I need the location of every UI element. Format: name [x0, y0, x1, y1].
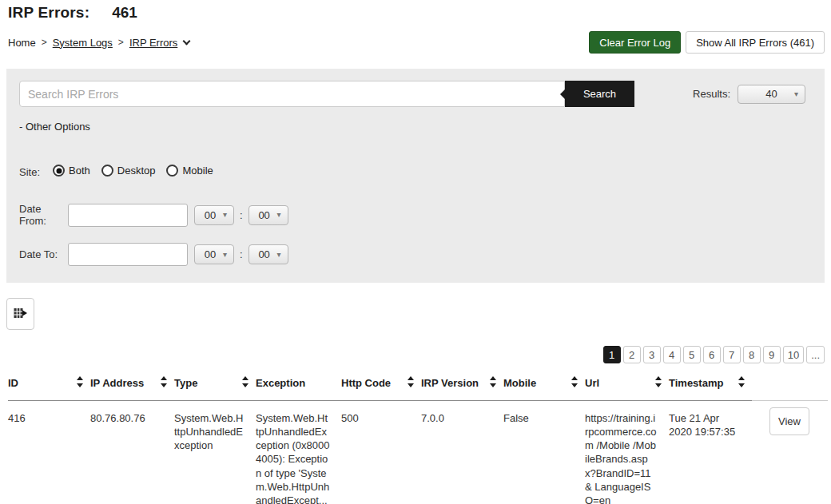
time-separator: :	[240, 209, 243, 221]
view-button[interactable]: View	[769, 407, 809, 435]
column-header-type[interactable]: Type	[174, 374, 256, 401]
sort-up-icon	[655, 376, 662, 380]
date-from-row: Date From: 00 ▾ : 00 ▾	[19, 203, 805, 227]
column-header-http-code[interactable]: Http Code	[341, 374, 421, 401]
sort-arrows-icon[interactable]	[738, 376, 745, 387]
date-to-row: Date To: 00 ▾ : 00 ▾	[19, 243, 805, 266]
clear-error-log-button[interactable]: Clear Error Log	[589, 31, 681, 54]
page-button-9[interactable]: 9	[763, 346, 781, 363]
results-control: Results: 40 ▾	[693, 85, 805, 104]
date-from-input[interactable]	[68, 204, 188, 227]
search-row: Search Results: 40 ▾	[19, 81, 805, 107]
cell-http-code: 500	[341, 401, 421, 504]
triangle-down-icon: ▾	[223, 211, 227, 219]
column-header-id[interactable]: ID	[8, 374, 90, 401]
show-all-irp-errors-button[interactable]: Show All IRP Errors (461)	[686, 31, 825, 54]
cell-type: System.Web.HttpUnhandledException	[174, 401, 256, 504]
radio-selected-icon[interactable]	[53, 165, 65, 177]
cell-mobile: False	[503, 401, 585, 504]
triangle-down-icon: ▾	[794, 89, 798, 97]
table-header-row: IDIP AddressTypeExceptionHttp CodeIRP Ve…	[8, 374, 828, 401]
sort-down-icon	[655, 383, 662, 387]
page-button-8[interactable]: 8	[743, 346, 761, 363]
breadcrumb: Home>System Logs>IRP Errors	[8, 37, 189, 49]
sort-arrows-icon[interactable]	[655, 376, 662, 387]
site-radio-desktop[interactable]: Desktop	[101, 165, 156, 177]
irp-errors-page: IRP Errors: 461 Home>System Logs>IRP Err…	[0, 0, 831, 504]
site-radio-both[interactable]: Both	[53, 165, 90, 177]
column-header-timestamp[interactable]: Timestamp	[669, 374, 752, 401]
breadcrumb-item-home[interactable]: Home	[8, 37, 36, 49]
page-button-7[interactable]: 7	[723, 346, 741, 363]
column-header-ip-address[interactable]: IP Address	[90, 374, 174, 401]
sort-arrows-icon[interactable]	[408, 376, 414, 387]
date-to-label: Date To:	[19, 248, 68, 260]
cell-actions: View	[752, 401, 828, 504]
sort-arrows-icon[interactable]	[77, 376, 83, 387]
page-button-1[interactable]: 1	[603, 346, 621, 363]
breadcrumb-item-irp-errors[interactable]: IRP Errors	[129, 37, 177, 49]
column-header-irp-version[interactable]: IRP Version	[421, 374, 503, 401]
table-row: 41680.76.80.76System.Web.HttpUnhandledEx…	[8, 401, 828, 504]
time-separator: :	[240, 248, 243, 260]
page-button-5[interactable]: 5	[683, 346, 701, 363]
date-to-input[interactable]	[68, 243, 188, 266]
nav-row: Home>System Logs>IRP Errors Clear Error …	[0, 31, 831, 54]
date-to-minute-select[interactable]: 00 ▾	[249, 244, 288, 264]
search-button[interactable]: Search	[565, 81, 634, 107]
results-count-select[interactable]: 40 ▾	[738, 85, 805, 104]
sort-arrows-icon[interactable]	[490, 376, 496, 387]
search-input[interactable]	[19, 81, 565, 107]
other-options-toggle[interactable]: - Other Options	[19, 121, 90, 133]
column-header-label: Timestamp	[669, 377, 723, 389]
column-header-url[interactable]: Url	[585, 374, 669, 401]
triangle-down-icon: ▾	[277, 211, 281, 219]
site-label: Site:	[19, 166, 40, 178]
chevron-down-icon[interactable]	[183, 38, 191, 46]
sort-down-icon	[571, 383, 578, 387]
column-header-label: IRP Version	[421, 377, 479, 389]
sort-up-icon	[738, 376, 745, 380]
site-radio-label: Desktop	[117, 165, 156, 177]
sort-up-icon	[77, 376, 83, 380]
column-header-label: ID	[8, 377, 18, 389]
radio-unselected-icon[interactable]	[166, 165, 178, 177]
sort-arrows-icon[interactable]	[161, 376, 167, 387]
sort-up-icon	[571, 376, 578, 380]
page-button-10[interactable]: 10	[783, 346, 804, 363]
radio-unselected-icon[interactable]	[101, 165, 113, 177]
sort-arrows-icon[interactable]	[571, 376, 578, 387]
cell-url: https://training.irpcommerce.com /Mobile…	[585, 401, 669, 504]
page-title: IRP Errors:	[8, 4, 89, 22]
date-from-minute-select[interactable]: 00 ▾	[249, 205, 288, 225]
date-to-hour-select[interactable]: 00 ▾	[194, 244, 234, 264]
triangle-down-icon: ▾	[223, 250, 227, 258]
filter-panel: Search Results: 40 ▾ - Other Options Sit…	[6, 69, 825, 283]
sort-down-icon	[77, 383, 83, 387]
sort-down-icon	[408, 383, 414, 387]
page-button-2[interactable]: 2	[623, 346, 641, 363]
pagination: 12345678910...	[0, 346, 825, 363]
column-header-label: Url	[585, 377, 599, 389]
sort-up-icon	[242, 376, 249, 380]
results-label: Results:	[693, 88, 730, 100]
page-header: IRP Errors: 461	[0, 0, 831, 22]
page-button-item[interactable]: ...	[806, 346, 825, 363]
page-button-6[interactable]: 6	[703, 346, 721, 363]
export-table-button[interactable]	[6, 298, 34, 330]
sort-arrows-icon[interactable]	[242, 376, 249, 387]
site-radio-label: Both	[69, 165, 90, 177]
sort-up-icon	[161, 376, 167, 380]
breadcrumb-separator: >	[118, 37, 124, 48]
site-radio-mobile[interactable]: Mobile	[166, 165, 213, 177]
page-button-4[interactable]: 4	[663, 346, 681, 363]
breadcrumb-item-system-logs[interactable]: System Logs	[53, 37, 113, 49]
column-header-mobile[interactable]: Mobile	[503, 374, 585, 401]
column-header-label: Mobile	[503, 377, 536, 389]
column-header-label: Exception	[256, 377, 305, 389]
page-button-3[interactable]: 3	[643, 346, 661, 363]
sort-down-icon	[490, 383, 496, 387]
cell-exception: System.Web.HttpUnhandledException (0x800…	[256, 401, 341, 504]
date-from-hour-select[interactable]: 00 ▾	[194, 205, 234, 225]
cell-id: 416	[8, 401, 90, 504]
